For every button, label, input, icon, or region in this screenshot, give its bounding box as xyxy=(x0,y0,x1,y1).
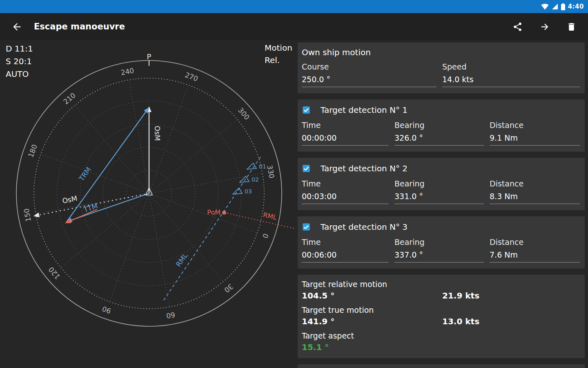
back-button[interactable] xyxy=(11,21,22,32)
distance-1-input[interactable]: 9.1 Nm xyxy=(490,133,580,146)
true-speed-value: 13.0 kts xyxy=(442,316,580,326)
bearing-label: Bearing xyxy=(394,179,490,188)
rml-line-label: RML xyxy=(174,251,189,268)
motion-mode-toggle[interactable]: Motion Rel. xyxy=(265,42,292,66)
screen-title: Escape manoeuvre xyxy=(34,22,125,31)
target-3-label: 03 xyxy=(245,188,252,195)
svg-text:0: 0 xyxy=(261,232,270,239)
time-label: Time xyxy=(302,238,394,247)
svg-text:330: 330 xyxy=(265,164,276,179)
pom-label: PoM xyxy=(207,209,220,216)
distance-label: Distance xyxy=(490,179,580,188)
status-time: 4:40 xyxy=(568,3,584,10)
target-relative-motion-vector xyxy=(66,108,149,222)
target-symbol-1 xyxy=(247,163,256,169)
detection-1-title: Target detection N° 1 xyxy=(321,104,408,116)
new-relative-motion-line xyxy=(224,213,295,229)
course-input[interactable]: 250.0 ° xyxy=(302,75,437,87)
auto-scale-toggle[interactable]: AUTO xyxy=(6,68,33,81)
target-1-checkbox[interactable] xyxy=(302,105,311,114)
svg-text:120: 120 xyxy=(47,265,62,281)
true-course-value: 141.9 ° xyxy=(302,316,442,326)
wifi-icon xyxy=(541,3,549,10)
target-detection-1-card: Target detection N° 1 Time 00:00:00 Bear… xyxy=(298,99,585,152)
svg-text:180: 180 xyxy=(27,143,39,158)
time-1-input[interactable]: 00:00:00 xyxy=(302,133,389,146)
svg-text:150: 150 xyxy=(22,208,32,222)
status-bar: 4:40 xyxy=(0,0,588,13)
bearing-label: Bearing xyxy=(394,121,490,130)
distance-2-input[interactable]: 8.3 Nm xyxy=(490,192,580,204)
motion-mode-value: Rel. xyxy=(265,54,292,66)
true-motion-title: Target true motion xyxy=(302,305,580,314)
distance-label: Distance xyxy=(490,238,580,247)
target-2-checkbox[interactable] xyxy=(302,164,311,173)
delete-button[interactable] xyxy=(566,22,577,32)
speed-label: Speed xyxy=(442,62,580,71)
speed-input[interactable]: 14.0 kts xyxy=(442,75,580,87)
target-detection-3-card: Target detection N° 3 Time 00:06:00 Bear… xyxy=(298,216,585,269)
svg-text:60: 60 xyxy=(166,310,176,320)
osm-new-vector-label: OsM xyxy=(62,194,78,205)
distance-3-input[interactable]: 7.6 Nm xyxy=(490,250,580,263)
bearing-1-input[interactable]: 326.0 ° xyxy=(394,133,484,146)
bearing-2-input[interactable]: 331.0 ° xyxy=(394,192,484,204)
point-of-manoeuvre-dot xyxy=(222,211,226,215)
speed-scale: S 20:1 xyxy=(6,55,33,68)
time-label: Time xyxy=(302,179,394,188)
app-toolbar: Escape manoeuvre xyxy=(0,13,588,40)
plot-scale-info: D 11:1 S 20:1 AUTO xyxy=(6,43,33,81)
svg-text:240: 240 xyxy=(120,66,134,76)
svg-text:90: 90 xyxy=(101,305,112,315)
own-ship-card: Own ship motion Course 250.0 ° Speed 14.… xyxy=(298,43,585,93)
main-content: P 240 270 300 330 0 30 60 90 120 150 180… xyxy=(0,40,588,368)
target-symbol-3 xyxy=(233,188,242,194)
vector-labels: OsM OsM TRM TTM RML RML PoM 01 02 03 xyxy=(62,126,278,268)
target-detection-2-card: Target detection N° 2 Time 00:03:00 Bear… xyxy=(298,158,585,210)
rml-new-line-label: RML xyxy=(263,211,278,222)
motion-mode-label: Motion xyxy=(265,42,292,54)
osm-vector-label: OsM xyxy=(153,126,161,141)
course-label: Course xyxy=(302,62,442,71)
bearing-label: Bearing xyxy=(394,238,490,247)
battery-icon xyxy=(561,3,565,10)
svg-text:30: 30 xyxy=(223,282,234,294)
radar-area: P 240 270 300 330 0 30 60 90 120 150 180… xyxy=(0,40,297,368)
distance-label: Distance xyxy=(490,121,580,130)
detection-3-title: Target detection N° 3 xyxy=(321,221,408,233)
cellular-signal-icon xyxy=(552,3,558,10)
target-2-label: 02 xyxy=(252,176,259,183)
heading-marker: P xyxy=(147,52,151,61)
time-2-input[interactable]: 00:03:00 xyxy=(302,192,389,204)
next-step-button[interactable] xyxy=(539,21,550,32)
distance-scale: D 11:1 xyxy=(6,43,33,55)
aspect-value: 15.1 ° xyxy=(302,342,442,352)
aspect-title: Target aspect xyxy=(302,331,580,340)
own-ship-title: Own ship motion xyxy=(302,47,580,58)
svg-text:210: 210 xyxy=(62,91,77,106)
relative-speed-value: 21.9 kts xyxy=(442,291,580,301)
time-label: Time xyxy=(302,121,394,130)
manoeuvre-card: Max Os speed Manouvre time xyxy=(298,364,585,368)
svg-text:300: 300 xyxy=(236,106,251,121)
time-3-input[interactable]: 00:06:00 xyxy=(302,250,389,263)
svg-text:270: 270 xyxy=(184,71,199,83)
radar-plot[interactable]: P 240 270 300 330 0 30 60 90 120 150 180… xyxy=(0,40,297,368)
share-button[interactable] xyxy=(512,22,523,32)
detection-2-title: Target detection N° 2 xyxy=(321,163,408,174)
control-panel: Own ship motion Course 250.0 ° Speed 14.… xyxy=(297,40,588,368)
target-1-label: 01 xyxy=(259,163,266,170)
bearing-3-input[interactable]: 337.0 ° xyxy=(394,250,484,263)
results-card: Target relative motion 104.5 ° 21.9 kts … xyxy=(298,275,585,358)
relative-motion-line xyxy=(163,157,261,301)
relative-course-value: 104.5 ° xyxy=(302,291,442,301)
relative-motion-title: Target relative motion xyxy=(302,280,580,289)
target-3-checkbox[interactable] xyxy=(302,222,311,231)
